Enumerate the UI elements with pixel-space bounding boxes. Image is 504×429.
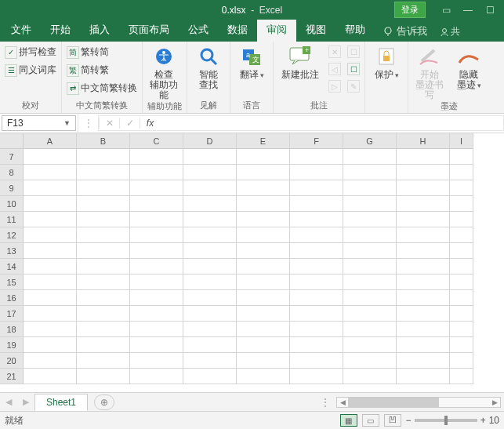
cell[interactable] (130, 165, 183, 180)
cell[interactable] (397, 353, 450, 369)
cell[interactable] (397, 243, 450, 259)
cell[interactable] (24, 369, 77, 384)
add-sheet-button[interactable]: ⊕ (94, 394, 114, 410)
spell-check-button[interactable]: ✓拼写检查 (5, 45, 56, 60)
cell[interactable] (77, 306, 130, 322)
cell[interactable] (130, 180, 183, 196)
horizontal-scrollbar[interactable]: ◀ ▶ (336, 397, 501, 408)
row-header[interactable]: 13 (0, 243, 24, 259)
cell[interactable] (343, 165, 397, 180)
cell[interactable] (343, 149, 397, 165)
cell[interactable] (24, 322, 77, 337)
cell[interactable] (290, 369, 343, 384)
cell[interactable] (290, 353, 343, 369)
name-box[interactable]: F13 ▼ (2, 115, 76, 131)
enter-icon[interactable]: ✓ (119, 118, 140, 129)
cell[interactable] (450, 322, 473, 337)
zoom-value[interactable]: 10 (489, 415, 499, 426)
cell[interactable] (450, 369, 473, 384)
cell[interactable] (183, 369, 237, 384)
cell[interactable] (290, 149, 343, 165)
zoom-slider[interactable] (415, 419, 477, 422)
cell[interactable] (397, 337, 450, 353)
cell[interactable] (343, 290, 397, 306)
cell[interactable] (77, 274, 130, 290)
cell[interactable] (183, 290, 237, 306)
share-button[interactable]: 共 (435, 22, 465, 42)
zoom-in-icon[interactable]: + (480, 415, 486, 426)
column-header[interactable]: E (237, 133, 290, 149)
cell[interactable] (183, 274, 237, 290)
cell[interactable] (237, 180, 290, 196)
zoom-control[interactable]: − + 10 (406, 415, 499, 426)
cell[interactable] (24, 227, 77, 243)
cell[interactable] (343, 180, 397, 196)
sheet-tab-1[interactable]: Sheet1 (34, 394, 88, 411)
cell[interactable] (183, 337, 237, 353)
cell[interactable] (77, 290, 130, 306)
cell[interactable] (450, 227, 473, 243)
cell[interactable] (343, 322, 397, 337)
cell[interactable] (183, 227, 237, 243)
protect-button[interactable]: 保护▾ (370, 43, 403, 81)
cell[interactable] (130, 337, 183, 353)
row-header[interactable]: 15 (0, 274, 24, 290)
cell[interactable] (130, 227, 183, 243)
minimize-icon[interactable]: — (457, 0, 479, 20)
select-all-corner[interactable] (0, 133, 24, 149)
cell[interactable] (237, 259, 290, 274)
cell[interactable] (237, 322, 290, 337)
cell[interactable] (183, 306, 237, 322)
cell[interactable] (290, 259, 343, 274)
cell[interactable] (450, 180, 473, 196)
cell[interactable] (397, 196, 450, 212)
column-header[interactable]: C (130, 133, 183, 149)
cell[interactable] (24, 290, 77, 306)
cell[interactable] (237, 212, 290, 227)
cell[interactable] (397, 227, 450, 243)
view-normal-button[interactable]: ▦ (340, 414, 357, 427)
cell[interactable] (450, 259, 473, 274)
cell[interactable] (343, 212, 397, 227)
chinese-convert-button[interactable]: ⇄中文简繁转换 (67, 81, 137, 96)
cell[interactable] (183, 353, 237, 369)
row-header[interactable]: 12 (0, 227, 24, 243)
cell[interactable] (77, 259, 130, 274)
cell[interactable] (130, 274, 183, 290)
trad-to-simp-button[interactable]: 简繁转简 (67, 45, 137, 60)
cell[interactable] (450, 337, 473, 353)
cell[interactable] (450, 212, 473, 227)
cell[interactable] (290, 274, 343, 290)
cell[interactable] (290, 227, 343, 243)
cell[interactable] (343, 274, 397, 290)
row-header[interactable]: 9 (0, 180, 24, 196)
tab-data[interactable]: 数据 (218, 19, 257, 42)
cell[interactable] (183, 180, 237, 196)
tab-home[interactable]: 开始 (41, 19, 80, 42)
column-header[interactable]: H (397, 133, 450, 149)
delete-comment-button[interactable]: ✕ (328, 45, 341, 59)
cell[interactable] (397, 180, 450, 196)
cell[interactable] (130, 149, 183, 165)
cell[interactable] (290, 196, 343, 212)
cell[interactable] (397, 165, 450, 180)
cell[interactable] (237, 369, 290, 384)
cell[interactable] (237, 227, 290, 243)
start-ink-button[interactable]: 开始墨迹书写 (413, 43, 446, 100)
cell[interactable] (450, 165, 473, 180)
cell[interactable] (183, 243, 237, 259)
column-header[interactable]: A (24, 133, 77, 149)
cell[interactable] (183, 196, 237, 212)
cancel-icon[interactable]: ✕ (99, 118, 119, 129)
cell[interactable] (130, 196, 183, 212)
row-header[interactable]: 16 (0, 290, 24, 306)
cell[interactable] (237, 165, 290, 180)
cell[interactable] (237, 243, 290, 259)
sheet-nav-prev[interactable]: ◀ (0, 397, 17, 407)
cell[interactable] (343, 227, 397, 243)
cell[interactable] (237, 353, 290, 369)
cell[interactable] (343, 306, 397, 322)
cell[interactable] (24, 337, 77, 353)
cell[interactable] (290, 243, 343, 259)
cell[interactable] (77, 196, 130, 212)
